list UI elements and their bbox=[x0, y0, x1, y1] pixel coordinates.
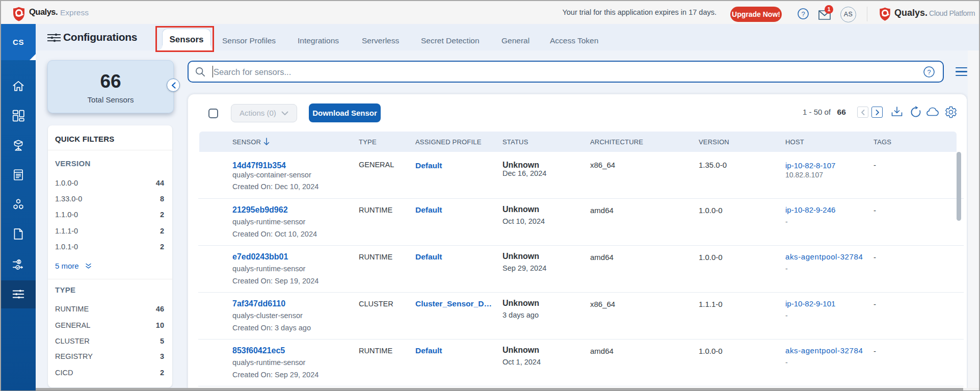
svg-text:?: ? bbox=[927, 68, 931, 76]
svg-text:?: ? bbox=[801, 10, 805, 18]
